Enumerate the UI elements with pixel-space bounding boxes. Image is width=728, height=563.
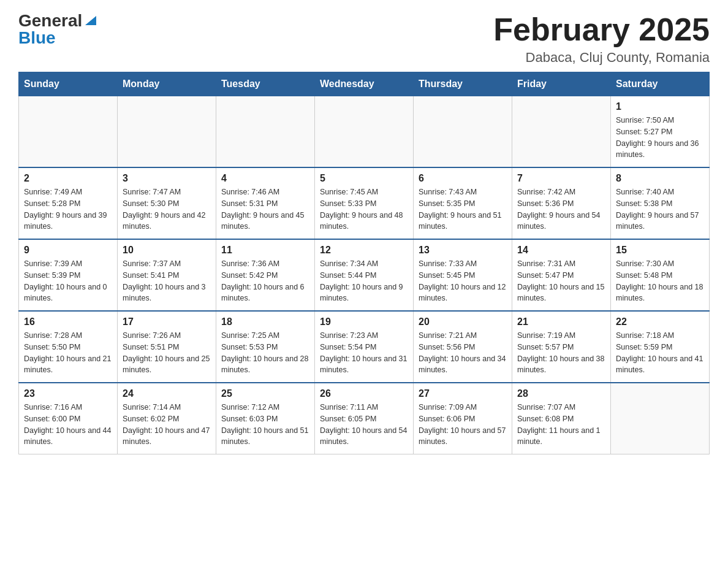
- day-info: Sunrise: 7:16 AM Sunset: 6:00 PM Dayligh…: [24, 402, 112, 448]
- day-info: Sunrise: 7:21 AM Sunset: 5:56 PM Dayligh…: [419, 330, 507, 376]
- calendar-day-cell: 26Sunrise: 7:11 AM Sunset: 6:05 PM Dayli…: [315, 383, 414, 454]
- calendar-day-cell: [414, 96, 512, 168]
- day-info: Sunrise: 7:50 AM Sunset: 5:27 PM Dayligh…: [616, 115, 704, 161]
- calendar-week-row: 23Sunrise: 7:16 AM Sunset: 6:00 PM Dayli…: [19, 383, 710, 454]
- day-of-week-header: Thursday: [414, 72, 512, 96]
- calendar-week-row: 16Sunrise: 7:28 AM Sunset: 5:50 PM Dayli…: [19, 311, 710, 383]
- day-info: Sunrise: 7:09 AM Sunset: 6:06 PM Dayligh…: [419, 402, 507, 448]
- day-info: Sunrise: 7:36 AM Sunset: 5:42 PM Dayligh…: [221, 258, 309, 304]
- day-number: 23: [24, 388, 112, 399]
- day-info: Sunrise: 7:34 AM Sunset: 5:44 PM Dayligh…: [320, 258, 408, 304]
- day-number: 13: [419, 245, 507, 256]
- day-info: Sunrise: 7:31 AM Sunset: 5:47 PM Dayligh…: [517, 258, 605, 304]
- day-number: 20: [419, 316, 507, 327]
- logo: General Blue: [18, 12, 97, 47]
- day-info: Sunrise: 7:39 AM Sunset: 5:39 PM Dayligh…: [24, 258, 112, 304]
- calendar-day-cell: 10Sunrise: 7:37 AM Sunset: 5:41 PM Dayli…: [118, 239, 216, 311]
- calendar-day-cell: 19Sunrise: 7:23 AM Sunset: 5:54 PM Dayli…: [315, 311, 414, 383]
- day-number: 25: [221, 388, 309, 399]
- calendar-day-cell: 21Sunrise: 7:19 AM Sunset: 5:57 PM Dayli…: [512, 311, 611, 383]
- day-info: Sunrise: 7:12 AM Sunset: 6:03 PM Dayligh…: [221, 402, 309, 448]
- day-of-week-header: Monday: [118, 72, 216, 96]
- calendar-day-cell: 8Sunrise: 7:40 AM Sunset: 5:38 PM Daylig…: [611, 167, 710, 239]
- calendar-day-cell: [19, 96, 118, 168]
- logo-blue-text: Blue: [18, 29, 56, 47]
- calendar-day-cell: 11Sunrise: 7:36 AM Sunset: 5:42 PM Dayli…: [216, 239, 315, 311]
- day-info: Sunrise: 7:33 AM Sunset: 5:45 PM Dayligh…: [419, 258, 507, 304]
- day-of-week-header: Sunday: [19, 72, 118, 96]
- day-info: Sunrise: 7:42 AM Sunset: 5:36 PM Dayligh…: [517, 186, 605, 232]
- day-number: 11: [221, 245, 309, 256]
- calendar-day-cell: 7Sunrise: 7:42 AM Sunset: 5:36 PM Daylig…: [512, 167, 611, 239]
- calendar-day-cell: [118, 96, 216, 168]
- calendar-day-cell: 22Sunrise: 7:18 AM Sunset: 5:59 PM Dayli…: [611, 311, 710, 383]
- day-number: 28: [517, 388, 605, 399]
- day-info: Sunrise: 7:30 AM Sunset: 5:48 PM Dayligh…: [616, 258, 704, 304]
- calendar-day-cell: 28Sunrise: 7:07 AM Sunset: 6:08 PM Dayli…: [512, 383, 611, 454]
- day-info: Sunrise: 7:19 AM Sunset: 5:57 PM Dayligh…: [517, 330, 605, 376]
- calendar-day-cell: 9Sunrise: 7:39 AM Sunset: 5:39 PM Daylig…: [19, 239, 118, 311]
- day-number: 17: [123, 316, 211, 327]
- calendar-table: SundayMondayTuesdayWednesdayThursdayFrid…: [18, 72, 710, 454]
- location-text: Dabaca, Cluj County, Romania: [493, 50, 710, 66]
- day-number: 26: [320, 388, 408, 399]
- calendar-week-row: 2Sunrise: 7:49 AM Sunset: 5:28 PM Daylig…: [19, 167, 710, 239]
- calendar-day-cell: 25Sunrise: 7:12 AM Sunset: 6:03 PM Dayli…: [216, 383, 315, 454]
- calendar-day-cell: 12Sunrise: 7:34 AM Sunset: 5:44 PM Dayli…: [315, 239, 414, 311]
- page-header: General Blue February 2025 Dabaca, Cluj …: [18, 12, 710, 66]
- calendar-day-cell: 6Sunrise: 7:43 AM Sunset: 5:35 PM Daylig…: [414, 167, 512, 239]
- day-number: 5: [320, 173, 408, 184]
- day-info: Sunrise: 7:37 AM Sunset: 5:41 PM Dayligh…: [123, 258, 211, 304]
- day-number: 3: [123, 173, 211, 184]
- calendar-day-cell: 27Sunrise: 7:09 AM Sunset: 6:06 PM Dayli…: [414, 383, 512, 454]
- calendar-day-cell: 23Sunrise: 7:16 AM Sunset: 6:00 PM Dayli…: [19, 383, 118, 454]
- calendar-day-cell: 18Sunrise: 7:25 AM Sunset: 5:53 PM Dayli…: [216, 311, 315, 383]
- day-number: 24: [123, 388, 211, 399]
- day-info: Sunrise: 7:49 AM Sunset: 5:28 PM Dayligh…: [24, 186, 112, 232]
- calendar-week-row: 9Sunrise: 7:39 AM Sunset: 5:39 PM Daylig…: [19, 239, 710, 311]
- day-number: 2: [24, 173, 112, 184]
- day-info: Sunrise: 7:43 AM Sunset: 5:35 PM Dayligh…: [419, 186, 507, 232]
- day-of-week-header: Tuesday: [216, 72, 315, 96]
- calendar-day-cell: 1Sunrise: 7:50 AM Sunset: 5:27 PM Daylig…: [611, 96, 710, 168]
- month-title: February 2025: [493, 12, 710, 47]
- day-info: Sunrise: 7:47 AM Sunset: 5:30 PM Dayligh…: [123, 186, 211, 232]
- calendar-header-row: SundayMondayTuesdayWednesdayThursdayFrid…: [19, 72, 710, 96]
- day-number: 8: [616, 173, 704, 184]
- day-info: Sunrise: 7:40 AM Sunset: 5:38 PM Dayligh…: [616, 186, 704, 232]
- calendar-day-cell: 14Sunrise: 7:31 AM Sunset: 5:47 PM Dayli…: [512, 239, 611, 311]
- logo-general-text: General: [18, 12, 82, 29]
- day-info: Sunrise: 7:45 AM Sunset: 5:33 PM Dayligh…: [320, 186, 408, 232]
- svg-marker-0: [85, 16, 96, 25]
- logo-triangle-icon: [84, 13, 97, 26]
- calendar-day-cell: [216, 96, 315, 168]
- calendar-day-cell: 13Sunrise: 7:33 AM Sunset: 5:45 PM Dayli…: [414, 239, 512, 311]
- day-number: 15: [616, 245, 704, 256]
- calendar-day-cell: 15Sunrise: 7:30 AM Sunset: 5:48 PM Dayli…: [611, 239, 710, 311]
- day-info: Sunrise: 7:46 AM Sunset: 5:31 PM Dayligh…: [221, 186, 309, 232]
- calendar-day-cell: 17Sunrise: 7:26 AM Sunset: 5:51 PM Dayli…: [118, 311, 216, 383]
- day-number: 4: [221, 173, 309, 184]
- day-info: Sunrise: 7:26 AM Sunset: 5:51 PM Dayligh…: [123, 330, 211, 376]
- calendar-day-cell: [315, 96, 414, 168]
- day-info: Sunrise: 7:23 AM Sunset: 5:54 PM Dayligh…: [320, 330, 408, 376]
- day-number: 9: [24, 245, 112, 256]
- day-number: 12: [320, 245, 408, 256]
- calendar-day-cell: 16Sunrise: 7:28 AM Sunset: 5:50 PM Dayli…: [19, 311, 118, 383]
- day-info: Sunrise: 7:28 AM Sunset: 5:50 PM Dayligh…: [24, 330, 112, 376]
- calendar-day-cell: 5Sunrise: 7:45 AM Sunset: 5:33 PM Daylig…: [315, 167, 414, 239]
- calendar-day-cell: 3Sunrise: 7:47 AM Sunset: 5:30 PM Daylig…: [118, 167, 216, 239]
- calendar-day-cell: 24Sunrise: 7:14 AM Sunset: 6:02 PM Dayli…: [118, 383, 216, 454]
- calendar-day-cell: 20Sunrise: 7:21 AM Sunset: 5:56 PM Dayli…: [414, 311, 512, 383]
- day-number: 19: [320, 316, 408, 327]
- day-of-week-header: Wednesday: [315, 72, 414, 96]
- day-number: 16: [24, 316, 112, 327]
- calendar-day-cell: [611, 383, 710, 454]
- day-number: 18: [221, 316, 309, 327]
- calendar-week-row: 1Sunrise: 7:50 AM Sunset: 5:27 PM Daylig…: [19, 96, 710, 168]
- day-number: 7: [517, 173, 605, 184]
- day-info: Sunrise: 7:07 AM Sunset: 6:08 PM Dayligh…: [517, 402, 605, 448]
- day-number: 6: [419, 173, 507, 184]
- day-number: 22: [616, 316, 704, 327]
- calendar-day-cell: [512, 96, 611, 168]
